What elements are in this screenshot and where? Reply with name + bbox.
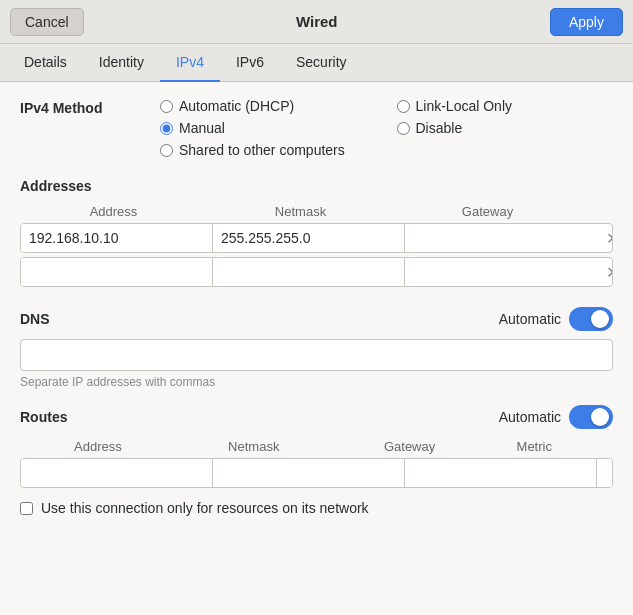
method-automatic[interactable]: Automatic (DHCP) [160, 98, 377, 114]
method-disable[interactable]: Disable [397, 120, 614, 136]
address-row-0: ✕ [20, 223, 613, 253]
routes-label: Routes [20, 409, 67, 425]
route-row-0: ✕ [20, 458, 613, 488]
window-title: Wired [296, 13, 338, 30]
content-area: IPv4 Method Automatic (DHCP) Link-Local … [0, 82, 633, 615]
delete-row-1-button[interactable]: ✕ [596, 258, 613, 286]
address-input-0[interactable] [21, 224, 213, 252]
routes-table-header: Address Netmask Gateway Metric [20, 437, 613, 456]
use-connection-row: Use this connection only for resources o… [20, 500, 613, 516]
dns-label: DNS [20, 311, 50, 327]
gateway-input-0[interactable] [405, 224, 596, 252]
dns-header-row: DNS Automatic [20, 307, 613, 331]
use-connection-checkbox[interactable] [20, 502, 33, 515]
delete-col-header [581, 202, 613, 221]
method-link-local[interactable]: Link-Local Only [397, 98, 614, 114]
route-delete-col-header [581, 437, 613, 456]
dns-auto-row: Automatic [499, 307, 613, 331]
address-row-1: ✕ [20, 257, 613, 287]
dns-toggle-slider [569, 307, 613, 331]
route-address-input-0[interactable] [21, 459, 213, 487]
route-netmask-col-header: Netmask [176, 437, 332, 456]
tab-identity[interactable]: Identity [83, 44, 160, 82]
gateway-input-1[interactable] [405, 258, 596, 286]
use-connection-label: Use this connection only for resources o… [41, 500, 369, 516]
titlebar: Cancel Wired Apply [0, 0, 633, 44]
routes-automatic-label: Automatic [499, 409, 561, 425]
tab-details[interactable]: Details [8, 44, 83, 82]
route-netmask-input-0[interactable] [213, 459, 405, 487]
ipv4-method-label: IPv4 Method [20, 98, 160, 116]
route-gateway-input-0[interactable] [405, 459, 597, 487]
cancel-button[interactable]: Cancel [10, 8, 84, 36]
routes-toggle-slider [569, 405, 613, 429]
method-manual[interactable]: Manual [160, 120, 377, 136]
method-shared-label: Shared to other computers [179, 142, 345, 158]
route-gateway-col-header: Gateway [332, 437, 488, 456]
routes-section: Routes Automatic Address Netmask Gateway… [20, 405, 613, 488]
tab-bar: Details Identity IPv4 IPv6 Security [0, 44, 633, 82]
netmask-input-1[interactable] [213, 258, 405, 286]
addresses-section: Addresses Address Netmask Gateway ✕ ✕ [20, 178, 613, 287]
route-metric-input-0[interactable] [597, 459, 613, 487]
address-input-1[interactable] [21, 258, 213, 286]
method-disable-label: Disable [416, 120, 463, 136]
dns-automatic-toggle[interactable] [569, 307, 613, 331]
radio-shared[interactable] [160, 144, 173, 157]
tab-ipv4[interactable]: IPv4 [160, 44, 220, 82]
method-automatic-label: Automatic (DHCP) [179, 98, 294, 114]
routes-automatic-toggle[interactable] [569, 405, 613, 429]
dns-hint: Separate IP addresses with commas [20, 375, 613, 389]
tab-ipv6[interactable]: IPv6 [220, 44, 280, 82]
radio-link-local[interactable] [397, 100, 410, 113]
method-link-local-label: Link-Local Only [416, 98, 513, 114]
ipv4-method-section: IPv4 Method Automatic (DHCP) Link-Local … [20, 98, 613, 158]
addresses-table-header: Address Netmask Gateway [20, 202, 613, 221]
delete-row-0-button[interactable]: ✕ [596, 224, 613, 252]
dns-automatic-label: Automatic [499, 311, 561, 327]
route-address-col-header: Address [20, 437, 176, 456]
address-col-header: Address [20, 202, 207, 221]
ipv4-method-radio-group: Automatic (DHCP) Link-Local Only Manual … [160, 98, 613, 158]
routes-auto-row: Automatic [499, 405, 613, 429]
dns-section: DNS Automatic Separate IP addresses with… [20, 307, 613, 389]
route-metric-col-header: Metric [488, 437, 582, 456]
apply-button[interactable]: Apply [550, 8, 623, 36]
dns-input[interactable] [20, 339, 613, 371]
gateway-col-header: Gateway [394, 202, 581, 221]
addresses-title: Addresses [20, 178, 613, 194]
radio-manual[interactable] [160, 122, 173, 135]
routes-header-row: Routes Automatic [20, 405, 613, 429]
method-manual-label: Manual [179, 120, 225, 136]
tab-security[interactable]: Security [280, 44, 363, 82]
netmask-col-header: Netmask [207, 202, 394, 221]
radio-disable[interactable] [397, 122, 410, 135]
netmask-input-0[interactable] [213, 224, 405, 252]
radio-automatic[interactable] [160, 100, 173, 113]
method-shared[interactable]: Shared to other computers [160, 142, 613, 158]
